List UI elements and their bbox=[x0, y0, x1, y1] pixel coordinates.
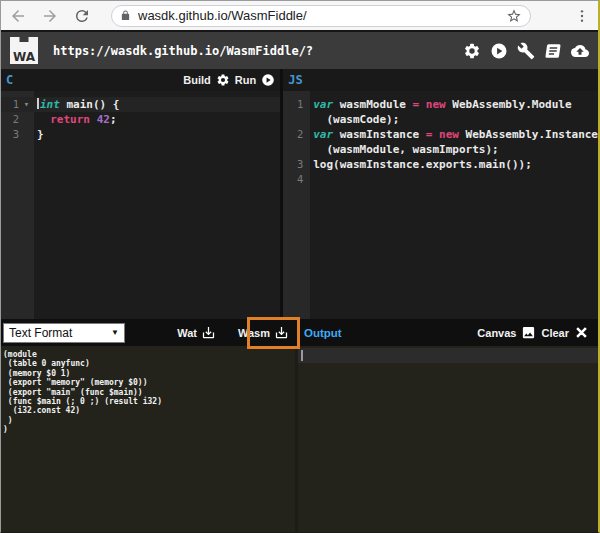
settings-gear-icon[interactable] bbox=[463, 42, 481, 60]
code-line: 2 return 42; bbox=[1, 112, 280, 127]
editor-section: C Build Run 1 ▾ int main() { bbox=[1, 69, 598, 319]
code-text: (wasmCode); bbox=[310, 112, 399, 127]
wat-download-icon[interactable] bbox=[201, 325, 216, 340]
code-line-wrap: (wasmCode); bbox=[283, 112, 598, 127]
c-code-editor[interactable]: 1 ▾ int main() { 2 return 42; 3 } bbox=[1, 91, 280, 319]
tab-output[interactable]: Output bbox=[304, 327, 342, 339]
lock-icon bbox=[120, 9, 131, 22]
line-number: 1 bbox=[1, 97, 19, 112]
code-text: var wasmInstance = new WebAssembly.Insta… bbox=[310, 127, 598, 142]
code-line: 3 } bbox=[1, 127, 280, 142]
docs-book-icon[interactable] bbox=[543, 42, 564, 60]
line-number bbox=[283, 142, 303, 157]
canvas-clear-controls: Canvas Clear bbox=[477, 325, 598, 340]
code-text: return 42; bbox=[34, 112, 117, 127]
address-bar[interactable]: wasdk.github.io/WasmFiddle/ bbox=[111, 5, 531, 27]
share-cloud-upload-icon[interactable] bbox=[571, 42, 589, 60]
app-header: WA https://wasdk.github.io/WasmFiddle/? bbox=[1, 32, 598, 69]
format-select[interactable]: Text Format ▼ bbox=[3, 323, 125, 343]
wat-output-text: (module (table 0 anyfunc) (memory $0 1) … bbox=[3, 350, 295, 435]
clear-button[interactable]: Clear bbox=[541, 327, 569, 339]
forward-icon[interactable] bbox=[41, 7, 59, 25]
bottom-toolbar-right: Output Canvas Clear bbox=[298, 325, 598, 340]
c-editor-pane: C Build Run 1 ▾ int main() { bbox=[1, 69, 283, 319]
format-select-value: Text Format bbox=[9, 326, 72, 340]
code-line: 4 bbox=[283, 172, 598, 187]
js-pane-label: JS bbox=[283, 73, 307, 87]
wat-download-button[interactable]: Wat bbox=[177, 327, 197, 339]
run-play-icon[interactable] bbox=[490, 42, 508, 60]
clear-x-icon[interactable] bbox=[574, 325, 589, 340]
fold-arrow-icon[interactable]: ▾ bbox=[19, 97, 34, 112]
wat-output-pane[interactable]: (module (table 0 anyfunc) (memory $0 1) … bbox=[1, 346, 298, 532]
wasm-logo-notch bbox=[20, 37, 29, 42]
run-play-circle-icon[interactable] bbox=[261, 73, 275, 87]
wasm-logo-text: WA bbox=[13, 50, 35, 64]
js-editor-pane: JS 1 var wasmModule = new WebAssembly.Mo… bbox=[283, 69, 598, 319]
code-text bbox=[310, 172, 313, 187]
js-pane-header: JS bbox=[283, 69, 598, 91]
wasm-download-icon[interactable] bbox=[274, 325, 289, 340]
build-gear-icon[interactable] bbox=[216, 73, 230, 87]
code-text: log(wasmInstance.exports.main()); bbox=[310, 157, 532, 172]
fold-spacer bbox=[19, 127, 34, 142]
line-number: 2 bbox=[283, 127, 303, 142]
code-line: 3 log(wasmInstance.exports.main()); bbox=[283, 157, 598, 172]
code-text: int main() { bbox=[34, 97, 119, 112]
browser-toolbar: wasdk.github.io/WasmFiddle/ bbox=[1, 1, 598, 30]
fold-spacer bbox=[19, 112, 34, 127]
js-code-editor[interactable]: 1 var wasmModule = new WebAssembly.Modul… bbox=[283, 91, 598, 319]
browser-menu-icon[interactable] bbox=[574, 7, 590, 25]
line-number: 1 bbox=[283, 97, 303, 112]
line-number: 2 bbox=[1, 112, 19, 127]
console-cursor bbox=[301, 350, 303, 361]
bookmark-star-icon[interactable] bbox=[506, 8, 522, 24]
build-button[interactable]: Build bbox=[183, 74, 211, 86]
chevron-down-icon: ▼ bbox=[111, 328, 119, 337]
back-icon[interactable] bbox=[9, 7, 27, 25]
refresh-icon[interactable] bbox=[73, 7, 91, 25]
line-number: 3 bbox=[283, 157, 303, 172]
c-pane-label: C bbox=[1, 73, 18, 87]
download-buttons: Wat Wasm bbox=[177, 325, 295, 340]
bottom-toolbar: Text Format ▼ Wat Wasm Output Canvas bbox=[1, 319, 598, 346]
console-active-line bbox=[298, 348, 598, 363]
output-console-pane[interactable] bbox=[298, 346, 598, 532]
c-pane-header: C Build Run bbox=[1, 69, 280, 91]
code-line: 1 ▾ int main() { bbox=[1, 97, 280, 112]
text-cursor bbox=[37, 98, 39, 109]
code-line: 2 var wasmInstance = new WebAssembly.Ins… bbox=[283, 127, 598, 142]
build-wrench-icon[interactable] bbox=[517, 42, 535, 60]
build-run-controls: Build Run bbox=[183, 73, 280, 87]
bottom-toolbar-left: Text Format ▼ Wat Wasm bbox=[1, 323, 298, 343]
code-text: var wasmModule = new WebAssembly.Module bbox=[310, 97, 571, 112]
line-number: 3 bbox=[1, 127, 19, 142]
wasm-logo[interactable]: WA bbox=[10, 37, 38, 64]
line-number: 4 bbox=[283, 172, 303, 187]
line-number bbox=[283, 112, 303, 127]
header-actions bbox=[463, 42, 589, 60]
output-section: (module (table 0 anyfunc) (memory $0 1) … bbox=[1, 346, 598, 532]
canvas-image-icon[interactable] bbox=[521, 325, 536, 340]
browser-window: wasdk.github.io/WasmFiddle/ WA https://w… bbox=[0, 0, 600, 533]
code-line: 1 var wasmModule = new WebAssembly.Modul… bbox=[283, 97, 598, 112]
canvas-button[interactable]: Canvas bbox=[477, 327, 516, 339]
code-line-wrap: (wasmModule, wasmImports); bbox=[283, 142, 598, 157]
url-text: wasdk.github.io/WasmFiddle/ bbox=[138, 8, 506, 23]
run-button[interactable]: Run bbox=[235, 74, 256, 86]
fiddle-url: https://wasdk.github.io/WasmFiddle/? bbox=[53, 44, 313, 58]
wasm-download-button[interactable]: Wasm bbox=[238, 327, 270, 339]
code-text: (wasmModule, wasmImports); bbox=[310, 142, 498, 157]
code-text: } bbox=[34, 127, 44, 142]
